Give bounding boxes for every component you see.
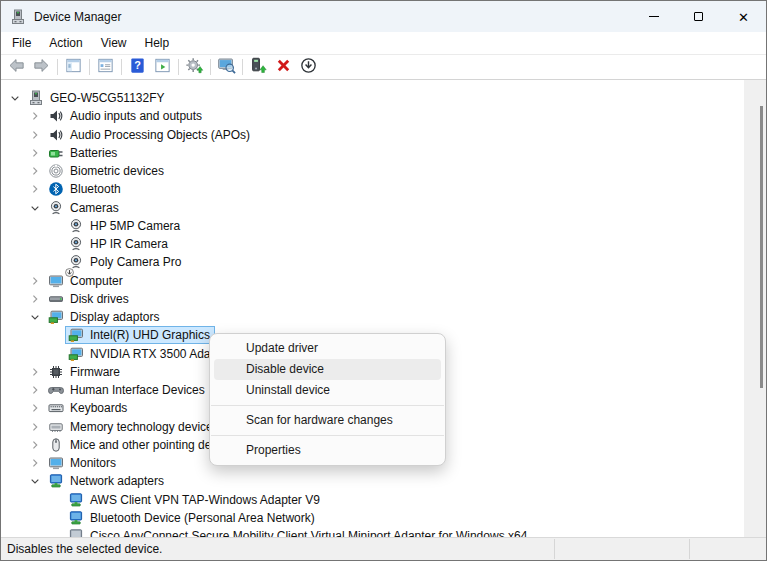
tree-item-network-adapters[interactable]: Network adapters: [1, 472, 746, 490]
chevron-down-icon[interactable]: [28, 310, 42, 324]
back-button[interactable]: [4, 56, 29, 78]
chevron-right-icon[interactable]: [28, 420, 42, 434]
context-menu-item-scan-for-hardware-changes[interactable]: Scan for hardware changes: [210, 410, 445, 431]
tree-item-aws-client-vpn-tap-windows-adapter-v9[interactable]: AWS Client VPN TAP-Windows Adapter V9: [1, 491, 746, 509]
uninstall-device-button[interactable]: [271, 56, 296, 78]
scrollbar-thumb[interactable]: [760, 106, 763, 388]
forward-icon: [32, 56, 51, 79]
chevron-right-icon[interactable]: [28, 128, 42, 142]
tree-item-content[interactable]: Human Interface Devices: [45, 381, 210, 399]
tree-item-content[interactable]: GEO-W5CG51132FY: [25, 89, 169, 107]
selected-tree-item[interactable]: Intel(R) UHD Graphics: [65, 326, 215, 344]
device-tree[interactable]: GEO-W5CG51132FYAudio inputs and outputsA…: [1, 80, 746, 539]
chevron-right-icon[interactable]: [28, 438, 42, 452]
action-pane-button[interactable]: [150, 56, 175, 78]
tree-item-display-adaptors[interactable]: Display adaptors: [1, 308, 746, 326]
maximize-button[interactable]: [676, 1, 721, 32]
tree-item-cameras[interactable]: Cameras: [1, 199, 746, 217]
chevron-right-icon[interactable]: [28, 164, 42, 178]
tree-item-content[interactable]: Audio inputs and outputs: [45, 107, 207, 125]
tree-item-audio-processing-objects-apos[interactable]: Audio Processing Objects (APOs): [1, 126, 746, 144]
tree-item-content[interactable]: Keyboards: [45, 399, 132, 417]
tree-item-biometric-devices[interactable]: Biometric devices: [1, 162, 746, 180]
tree-item-hp-ir-camera[interactable]: HP IR Camera: [1, 235, 746, 253]
close-button[interactable]: ✕: [721, 1, 766, 32]
tree-item-content[interactable]: Batteries: [45, 144, 122, 162]
tree-item-label: Audio Processing Objects (APOs): [70, 128, 250, 142]
tree-item-hp-5mp-camera[interactable]: HP 5MP Camera: [1, 217, 746, 235]
chevron-right-icon[interactable]: [28, 365, 42, 379]
tree-item-content[interactable]: Firmware: [45, 363, 125, 381]
tree-item-bluetooth[interactable]: Bluetooth: [1, 180, 746, 198]
tree-item-content[interactable]: NVIDIA RTX 3500 Ada G: [65, 345, 228, 363]
context-menu-item-update-driver[interactable]: Update driver: [210, 338, 445, 359]
context-menu-item-uninstall-device[interactable]: Uninstall device: [210, 380, 445, 401]
context-menu-item-properties[interactable]: Properties: [210, 440, 445, 461]
tree-item-disk-drives[interactable]: Disk drives: [1, 290, 746, 308]
uninstall-device-icon: [274, 56, 293, 79]
minimize-button[interactable]: [631, 1, 676, 32]
tree-item-content[interactable]: Cameras: [45, 199, 124, 217]
tree-item-content[interactable]: Bluetooth Device (Personal Area Network): [65, 509, 320, 527]
properties-button[interactable]: [93, 56, 118, 78]
menu-view[interactable]: View: [92, 36, 136, 50]
vertical-scrollbar[interactable]: [744, 80, 766, 539]
chevron-right-icon[interactable]: [28, 274, 42, 288]
context-menu-separator: [211, 435, 444, 436]
console-tree-button[interactable]: [61, 56, 86, 78]
chevron-right-icon[interactable]: [28, 456, 42, 470]
speaker-icon: [48, 108, 64, 124]
chevron-right-icon[interactable]: [28, 292, 42, 306]
tree-item-content[interactable]: Bluetooth: [45, 180, 126, 198]
chevron-right-icon[interactable]: [28, 401, 42, 415]
disable-device-button[interactable]: [296, 56, 321, 78]
tree-item-content[interactable]: Monitors: [45, 454, 121, 472]
tree-item-content[interactable]: Memory technology devices: [45, 418, 224, 436]
scan-hardware-button[interactable]: [214, 56, 239, 78]
tree-item-geo-w5cg51132fy[interactable]: GEO-W5CG51132FY: [1, 89, 746, 107]
tree-item-bluetooth-device-personal-area-network[interactable]: Bluetooth Device (Personal Area Network): [1, 509, 746, 527]
menu-action[interactable]: Action: [40, 36, 91, 50]
update-driver-software-button[interactable]: [182, 56, 207, 78]
context-menu-item-disable-device[interactable]: Disable device: [214, 359, 441, 380]
camera-icon: [48, 200, 64, 216]
update-driver-button[interactable]: [246, 56, 271, 78]
menu-file[interactable]: File: [3, 36, 40, 50]
tree-item-content[interactable]: Poly Camera Pro: [65, 253, 186, 271]
tree-item-content[interactable]: Disk drives: [45, 290, 134, 308]
tree-item-audio-inputs-and-outputs[interactable]: Audio inputs and outputs: [1, 107, 746, 125]
mouse-icon: [48, 437, 64, 453]
tree-item-content[interactable]: AWS Client VPN TAP-Windows Adapter V9: [65, 491, 325, 509]
forward-button[interactable]: [29, 56, 54, 78]
scan-hardware-icon: [217, 56, 236, 79]
context-menu: Update driverDisable deviceUninstall dev…: [209, 333, 446, 466]
help-button[interactable]: ?: [125, 56, 150, 78]
chevron-right-icon[interactable]: [28, 182, 42, 196]
tree-item-batteries[interactable]: Batteries: [1, 144, 746, 162]
chevron-down-icon[interactable]: [28, 201, 42, 215]
tree-item-computer[interactable]: Computer: [1, 272, 746, 290]
tree-item-content[interactable]: HP IR Camera: [65, 235, 173, 253]
window-controls: ✕: [631, 1, 766, 32]
tree-item-content[interactable]: Display adaptors: [45, 308, 164, 326]
tree-item-label: Disk drives: [70, 292, 129, 306]
tree-item-poly-camera-pro[interactable]: Poly Camera Pro: [1, 253, 746, 271]
menu-bar: FileActionViewHelp: [1, 32, 766, 55]
tree-item-content[interactable]: HP 5MP Camera: [65, 217, 185, 235]
tree-item-label: Biometric devices: [70, 164, 164, 178]
tree-item-content[interactable]: Biometric devices: [45, 162, 169, 180]
chevron-right-icon[interactable]: [28, 383, 42, 397]
chevron-right-icon[interactable]: [28, 146, 42, 160]
menu-help[interactable]: Help: [136, 36, 179, 50]
chevron-right-icon[interactable]: [28, 109, 42, 123]
chevron-down-icon[interactable]: [8, 91, 22, 105]
camera-icon: [68, 254, 84, 270]
tree-item-content[interactable]: Network adapters: [45, 472, 169, 490]
tree-item-content[interactable]: Computer: [45, 272, 128, 290]
maximize-icon: [694, 12, 703, 21]
tree-item-content[interactable]: Audio Processing Objects (APOs): [45, 126, 255, 144]
context-menu-separator: [211, 405, 444, 406]
chevron-down-icon[interactable]: [28, 474, 42, 488]
toolbar-separator: [210, 59, 211, 75]
statusbar-divider: [554, 539, 555, 559]
